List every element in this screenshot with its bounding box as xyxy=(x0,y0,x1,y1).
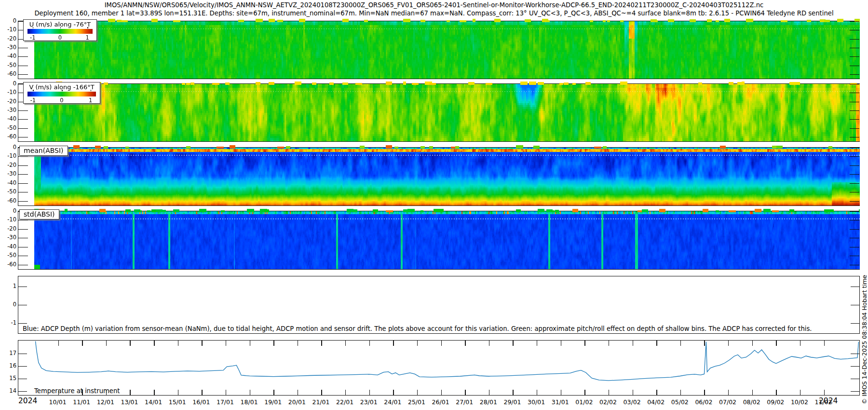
x-axis-year-left: 2024 xyxy=(18,396,37,405)
y-tick-label: -10 xyxy=(1,90,16,95)
legend-v-velocity: V (m/s) along -166°T -101 xyxy=(23,82,100,104)
x-tick-mark xyxy=(513,390,513,395)
x-axis-date-label: 22/01 xyxy=(334,398,356,406)
x-tick-mark xyxy=(58,341,59,346)
y-tick-mark-right xyxy=(850,256,859,256)
x-axis-date-label: 07/02 xyxy=(717,398,739,406)
std-absi-label: std(ABSI) xyxy=(19,209,59,219)
y-tick-mark-left xyxy=(18,366,27,367)
y-tick-mark-right xyxy=(850,192,859,192)
panel-depth-variation: Blue: ADCP Depth (m) variation from sens… xyxy=(18,276,860,334)
y-tick-mark-right xyxy=(851,391,859,392)
x-tick-mark xyxy=(417,390,418,395)
x-tick-mark xyxy=(800,341,800,346)
x-tick-mark xyxy=(633,341,633,346)
y-tick-mark-right xyxy=(850,48,859,48)
y-tick-label: -50 xyxy=(1,253,16,258)
y-tick-mark-left xyxy=(18,66,28,66)
y-tick-mark-right xyxy=(850,21,859,22)
colorbar-tick-mark xyxy=(60,27,61,28)
y-tick-mark-right xyxy=(850,201,859,202)
x-axis-date-label: 11/01 xyxy=(70,398,93,406)
y-tick-mark-right xyxy=(850,30,859,30)
x-tick-mark xyxy=(369,341,370,346)
colorbar-tick-label: -1 xyxy=(27,97,38,104)
y-tick-mark-left xyxy=(18,174,28,175)
x-axis-date-label: 16/01 xyxy=(190,398,212,406)
y-tick-mark-left xyxy=(18,156,28,157)
x-tick-mark xyxy=(154,390,154,395)
x-axis-date-label: 14/01 xyxy=(142,398,164,406)
y-tick-mark-right xyxy=(850,56,859,57)
y-tick-mark-right xyxy=(851,354,859,354)
x-axis-date-label: 08/02 xyxy=(741,398,763,406)
colorbar-tick-label: 1 xyxy=(85,97,96,104)
x-tick-mark xyxy=(489,341,489,346)
x-tick-mark xyxy=(704,390,705,395)
x-tick-mark xyxy=(633,390,633,395)
colorbar-v xyxy=(27,92,96,96)
y-tick-mark-right xyxy=(850,137,859,137)
colorbar-tick-mark xyxy=(91,90,92,91)
y-tick-mark-right xyxy=(851,323,859,324)
y-tick-label: 1 xyxy=(1,284,16,289)
x-tick-mark xyxy=(226,390,226,395)
x-tick-mark xyxy=(680,390,681,395)
x-tick-mark xyxy=(584,341,585,346)
x-axis-date-label: 30/01 xyxy=(525,398,547,406)
y-tick-mark-right xyxy=(850,128,859,129)
x-tick-mark xyxy=(250,341,250,346)
heatmap-canvas xyxy=(34,81,860,141)
legend-u-velocity: U (m/s) along -76°T -101 xyxy=(23,19,97,41)
imos-watermark: © IMOS 14-Dec-2025 08:38:04 Hobart time xyxy=(861,275,868,404)
y-tick-mark-left xyxy=(18,247,28,247)
y-tick-mark-left xyxy=(18,74,28,75)
x-tick-mark xyxy=(465,341,465,346)
x-tick-mark xyxy=(321,390,322,395)
temperature-label: Temperature at instrument xyxy=(34,387,120,395)
y-tick-mark-left xyxy=(18,137,28,137)
y-tick-label: -20 xyxy=(1,163,16,168)
x-tick-mark xyxy=(609,341,609,346)
y-tick-mark-right xyxy=(850,238,859,238)
x-axis-date-label: 06/02 xyxy=(692,398,715,406)
x-axis-date-label: 09/02 xyxy=(764,398,787,406)
y-tick-label: 15 xyxy=(1,376,16,381)
colorbar-tick-label: 1 xyxy=(82,34,93,41)
heatmap-canvas xyxy=(34,145,860,205)
y-tick-mark-right xyxy=(850,110,859,111)
colorbar-tick-label: -1 xyxy=(27,34,38,41)
x-axis-date-label: 15/01 xyxy=(166,398,189,406)
x-tick-mark xyxy=(154,341,154,346)
y-tick-label: 0 xyxy=(1,145,16,150)
panel-std-absi-heatmap: std(ABSI) 0-10-20-30-40-50-60 xyxy=(18,211,860,270)
x-axis-date-label: 17/01 xyxy=(214,398,236,406)
y-tick-label: -10 xyxy=(1,27,16,32)
colorbar-tick-mark xyxy=(33,90,34,91)
y-tick-label: -40 xyxy=(1,54,16,59)
x-tick-mark xyxy=(298,390,298,395)
y-tick-label: -30 xyxy=(1,235,16,240)
temperature-line-chart xyxy=(18,341,859,395)
x-tick-mark xyxy=(752,341,753,346)
x-tick-mark xyxy=(298,341,298,346)
x-tick-mark xyxy=(584,390,585,395)
y-tick-label: -50 xyxy=(1,189,16,194)
x-tick-mark xyxy=(561,390,561,395)
y-tick-mark-right xyxy=(850,165,859,166)
x-tick-mark xyxy=(226,341,226,346)
panel-temperature: Temperature at instrument 17161514 xyxy=(18,340,860,396)
y-tick-label: -20 xyxy=(1,226,16,232)
x-tick-mark xyxy=(202,341,202,346)
colorbar-tick-mark xyxy=(62,90,63,91)
y-tick-mark-right xyxy=(850,39,859,40)
x-axis-date-label: 21/01 xyxy=(310,398,332,406)
x-axis-date-label: 28/01 xyxy=(477,398,500,406)
y-tick-mark-right xyxy=(850,148,859,148)
x-tick-mark xyxy=(656,390,657,395)
x-tick-mark xyxy=(273,341,274,346)
y-tick-mark-left xyxy=(18,110,28,111)
x-tick-mark xyxy=(106,341,107,346)
heatmap-canvas xyxy=(34,18,860,79)
y-tick-mark-left xyxy=(18,183,28,184)
